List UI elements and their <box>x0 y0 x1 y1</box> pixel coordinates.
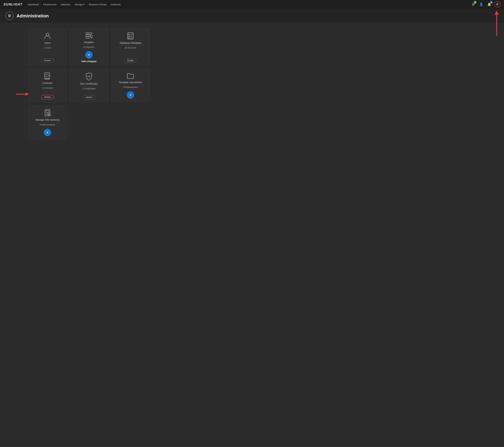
users-details-button[interactable]: Details <box>41 58 54 63</box>
svg-rect-14 <box>45 73 50 79</box>
template-repos-card-title: Template repositories <box>119 81 142 84</box>
monitor-button[interactable]: 🖥 0 <box>470 1 476 8</box>
settings-icon: ⚙ <box>496 2 499 6</box>
svg-rect-18 <box>46 111 49 112</box>
bell-button[interactable]: 🔔 30 <box>486 1 492 8</box>
add-keypair-label: Add a Keypair <box>81 60 96 63</box>
licenses-card-count: 1 Licenses <box>42 87 53 89</box>
sim-icon <box>44 109 51 117</box>
users-card-count: 1 Users <box>44 46 52 49</box>
db-card-count: 26 Records <box>125 46 136 49</box>
users-card-title: Users <box>44 41 51 44</box>
nav-storage[interactable]: Storage ▾ <box>74 3 85 6</box>
add-sim-session-button[interactable]: + <box>44 129 51 136</box>
app-logo[interactable]: SUNLIGHT <box>3 3 22 6</box>
card-sim-sessions: Manage SIM sessions 0 SIM sessions + <box>28 105 67 140</box>
keypairs-card-count: 0 Keypairs <box>84 46 94 48</box>
red-arrow-licenses <box>16 92 29 96</box>
licenses-details-button[interactable]: Details <box>41 95 54 99</box>
nav-networks[interactable]: Networks <box>61 3 70 6</box>
users-icon <box>44 32 51 40</box>
nav-actions: 🖥 0 👤 🔔 30 ⚙ <box>470 1 501 8</box>
user-icon: 👤 <box>479 2 483 6</box>
database-icon <box>127 32 134 40</box>
svg-point-15 <box>46 74 49 77</box>
bell-badge: 30 <box>490 1 493 4</box>
card-licenses: Licenses 1 Licenses Details <box>28 68 67 102</box>
db-details-button[interactable]: Details <box>124 58 137 63</box>
cards-row-1: Users 1 Users Details Keypairs 0 Keypair <box>28 28 476 66</box>
svg-rect-2 <box>86 35 91 36</box>
card-database-metadata: Database Metadata 26 Records Details <box>111 28 150 66</box>
nav-instances[interactable]: Instances <box>111 3 121 6</box>
folder-icon <box>126 72 134 79</box>
page-header: ⚙ Administration <box>0 9 504 23</box>
ssl-icon: SSL <box>85 72 93 81</box>
chevron-down-icon: ▾ <box>83 3 85 6</box>
main-content: Users 1 Users Details Keypairs 0 Keypair <box>0 23 504 145</box>
nav-infrastructure[interactable]: Infrastructure <box>43 3 57 6</box>
nav-resource-groups[interactable]: Resource Groups <box>89 3 107 6</box>
keypairs-icon <box>85 32 93 39</box>
user-button[interactable]: 👤 <box>478 1 484 8</box>
settings-button[interactable]: ⚙ <box>494 1 501 8</box>
add-template-repo-button[interactable]: + <box>127 91 134 99</box>
page-header-icon: ⚙ <box>5 12 14 20</box>
sim-card-count: 0 SIM sessions <box>40 123 55 126</box>
svg-text:SSL: SSL <box>87 75 90 77</box>
ssl-card-count: 1 Certificates <box>82 87 96 90</box>
add-keypair-button[interactable]: + <box>85 51 93 58</box>
card-keypairs: Keypairs 0 Keypairs + Add a Keypair <box>70 28 108 66</box>
nav-dashboard[interactable]: Dashboard <box>28 3 39 6</box>
sim-card-title: Manage SIM sessions <box>35 118 60 121</box>
svg-point-21 <box>48 113 51 116</box>
template-repos-card-count: 0 Repositories <box>123 86 138 89</box>
db-card-title: Database Metadata <box>120 41 141 44</box>
svg-rect-3 <box>86 37 89 38</box>
licenses-card-title: Licenses <box>43 82 52 84</box>
ssl-details-button[interactable]: Details <box>83 95 95 99</box>
card-template-repos: Template repositories 0 Repositories + <box>111 68 150 102</box>
cards-row-3: Manage SIM sessions 0 SIM sessions + <box>28 105 476 140</box>
ssl-card-title: SSL Certificates <box>80 82 98 85</box>
page-title: Administration <box>17 13 49 19</box>
nav-links: Dashboard Infrastructure Networks Storag… <box>28 3 470 6</box>
monitor-badge: 0 <box>474 1 477 4</box>
gear-icon: ⚙ <box>8 14 11 18</box>
keypairs-card-title: Keypairs <box>84 41 94 44</box>
cards-row-2: Licenses 1 Licenses Details SSL SSL Cert… <box>28 68 476 102</box>
card-users: Users 1 Users Details <box>28 28 67 66</box>
licenses-icon <box>44 72 51 80</box>
svg-rect-1 <box>86 33 92 34</box>
card-ssl: SSL SSL Certificates 1 Certificates Deta… <box>70 68 108 102</box>
svg-point-0 <box>46 33 49 36</box>
